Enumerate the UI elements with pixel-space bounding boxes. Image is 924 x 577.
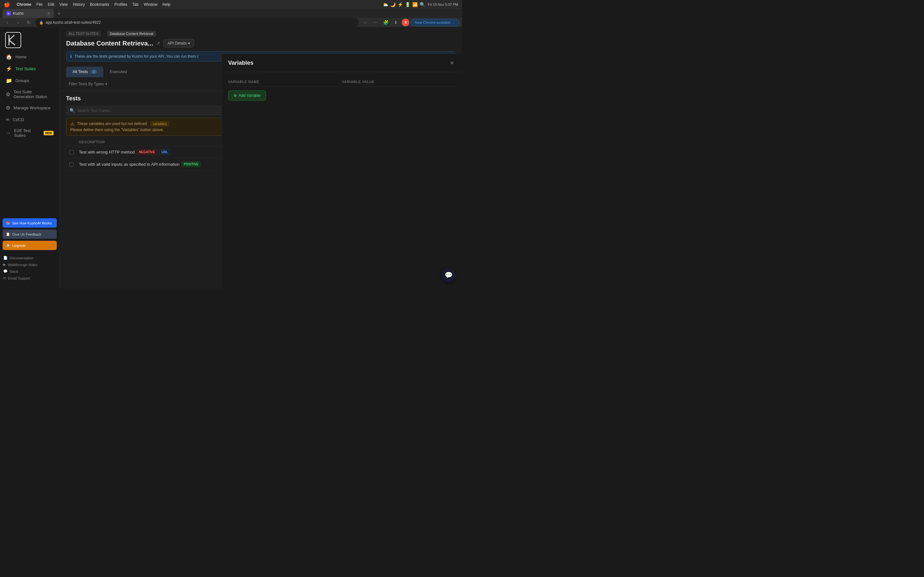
see-how-icon: 📚 <box>6 221 10 225</box>
browser-chrome: K Kusho ✕ + ‹ › ↻ 🔒 app.kusho.ai/all-tes… <box>0 9 462 27</box>
nav-bar: ‹ › ↻ 🔒 app.kusho.ai/all-test-suites/492… <box>0 18 462 27</box>
menu-bookmarks[interactable]: Bookmarks <box>90 2 110 7</box>
sidebar-item-manage-workspace[interactable]: ⚙ Manage Workspace <box>3 102 57 113</box>
docs-link[interactable]: 📄 Documentation <box>3 255 56 261</box>
see-how-button[interactable]: 📚 See How KushoAI Works <box>3 218 57 227</box>
menu-view[interactable]: View <box>59 2 68 7</box>
menu-tab[interactable]: Tab <box>132 2 139 7</box>
cloud-icon: ⛅ <box>383 2 388 7</box>
slack-icon: 💬 <box>3 269 8 274</box>
sidebar-item-generation-status[interactable]: ⚙ Test Suite Generation Status <box>3 87 57 102</box>
email-icon: ✉ <box>3 276 6 280</box>
workspace-icon: ⚙ <box>6 105 10 111</box>
email-support-link[interactable]: ✉ Email Support <box>3 276 56 281</box>
row-1-checkbox[interactable] <box>69 150 79 155</box>
panel-close-button[interactable]: ✕ <box>448 59 456 67</box>
warning-text: These variables are used but not defined… <box>77 121 148 126</box>
menu-file[interactable]: File <box>36 2 42 7</box>
download-button[interactable]: ⬇ <box>391 18 401 27</box>
tab-close-button[interactable]: ✕ <box>47 11 50 16</box>
nav-right-controls: ☆ ⋯ 🧩 ⬇ S New Chrome available ⋮ <box>360 18 459 27</box>
slack-link[interactable]: 💬 Slack <box>3 269 56 274</box>
row-2-positive-tag: POSITIVE <box>182 161 201 167</box>
upgrade-button[interactable]: 🏠 Upgrade <box>3 241 57 250</box>
tests-section-title: Tests <box>66 95 81 102</box>
tab-title: Kusho <box>13 11 45 16</box>
menu-chrome[interactable]: Chrome <box>17 2 31 7</box>
breadcrumb-current[interactable]: Database Content Retrieval <box>107 31 156 37</box>
reload-button[interactable]: ↻ <box>24 18 33 27</box>
ci-cd-icon: ∞ <box>6 117 9 122</box>
apple-menu-icon[interactable]: 🍎 <box>4 2 10 8</box>
activity-icon: ⚡ <box>397 2 403 7</box>
upgrade-label: Upgrade <box>12 243 26 247</box>
filter-button[interactable]: Filter Tests By Types ▾ <box>66 81 110 87</box>
filter-chevron-icon: ▾ <box>105 82 107 86</box>
docs-label: Documentation <box>10 256 33 260</box>
sidebar-item-ci-cd[interactable]: ∞ CI/CD <box>3 114 57 125</box>
walkthrough-icon: ▶ <box>3 263 6 267</box>
profile-avatar[interactable]: S <box>402 19 409 26</box>
bookmark-button[interactable]: ☆ <box>360 18 370 27</box>
chat-bubble[interactable]: 💬 <box>441 268 456 282</box>
menu-history[interactable]: History <box>73 2 85 7</box>
row-2-text: Test with all valid inputs as specified … <box>79 162 180 167</box>
feedback-icon: 📋 <box>6 232 10 236</box>
sidebar-item-ci-cd-label: CI/CD <box>13 117 24 122</box>
upgrade-icon: 🏠 <box>6 243 10 247</box>
back-button[interactable]: ‹ <box>3 18 11 27</box>
sidebar-logo <box>0 32 59 51</box>
panel-title: Variables <box>228 60 254 66</box>
breadcrumb-all-test-suites[interactable]: ALL TEST SUITES <box>66 31 101 37</box>
moon-icon: 🌙 <box>390 2 396 7</box>
sidebar-item-test-suites[interactable]: ⚡ Test Suites <box>3 63 57 74</box>
sidebar-item-home[interactable]: 🏠 Home <box>3 51 57 63</box>
search-icon[interactable]: 🔍 <box>420 2 425 7</box>
page-header: Database Content Retrieva... ↗ API Detai… <box>60 37 462 50</box>
panel-body: VARIABLE NAME VARIABLE VALUE ⊕ Add Varia… <box>222 72 462 288</box>
checkbox-1[interactable] <box>69 150 74 155</box>
groups-icon: 📁 <box>6 77 12 84</box>
menu-bar: Chrome File Edit View History Bookmarks … <box>17 2 170 7</box>
sidebar-item-groups[interactable]: 📁 Groups <box>3 75 57 86</box>
tab-executed[interactable]: Executed <box>103 67 134 77</box>
battery-icon: 🔋 <box>405 2 410 7</box>
warning-hint: Please define them using the "Variables"… <box>70 127 164 132</box>
address-text: app.kusho.ai/all-test-suites/4922 <box>45 20 101 25</box>
checkbox-2[interactable] <box>69 162 74 167</box>
test-suites-icon: ⚡ <box>6 66 12 72</box>
app-logo <box>5 32 19 46</box>
e2e-icon: → <box>6 130 11 136</box>
wifi-icon: 📶 <box>412 2 418 7</box>
tab-all-tests[interactable]: All Tests 2 <box>66 67 103 77</box>
add-variable-label: Add Variable <box>239 93 260 98</box>
puzzle-icon[interactable]: 🧩 <box>381 18 390 27</box>
row-2-checkbox[interactable] <box>69 162 79 167</box>
title-bar: 🍎 Chrome File Edit View History Bookmark… <box>0 0 462 9</box>
active-tab[interactable]: K Kusho ✕ <box>3 9 54 18</box>
panel-col-name: VARIABLE NAME <box>228 80 342 84</box>
add-variable-button[interactable]: ⊕ Add Variable <box>228 90 266 101</box>
breadcrumb: ALL TEST SUITES › Database Content Retri… <box>60 27 462 37</box>
search-icon: 🔍 <box>69 108 75 113</box>
menu-window[interactable]: Window <box>144 2 158 7</box>
tab-bar: K Kusho ✕ + <box>0 9 462 18</box>
menu-edit[interactable]: Edit <box>48 2 55 7</box>
sidebar-item-e2e[interactable]: → E2E Test Suites NEW <box>3 126 57 140</box>
extensions-button[interactable]: ⋯ <box>371 18 380 27</box>
external-link-icon[interactable]: ↗ <box>156 41 160 46</box>
menu-profiles[interactable]: Profiles <box>115 2 128 7</box>
address-bar[interactable]: 🔒 app.kusho.ai/all-test-suites/4922 <box>35 18 359 27</box>
e2e-new-badge: NEW <box>44 131 53 135</box>
forward-button[interactable]: › <box>13 18 23 27</box>
home-icon: 🏠 <box>6 54 12 60</box>
walkthrough-link[interactable]: ▶ Walkthrough Video <box>3 262 56 268</box>
new-tab-button[interactable]: + <box>55 10 63 17</box>
menu-help[interactable]: Help <box>163 2 171 7</box>
see-how-label: See How KushoAI Works <box>12 221 52 225</box>
breadcrumb-separator: › <box>103 32 105 35</box>
new-chrome-button[interactable]: New Chrome available ⋮ <box>411 19 459 26</box>
api-details-button[interactable]: API Details ▾ <box>163 39 194 47</box>
panel-col-value: VARIABLE VALUE <box>342 80 456 84</box>
feedback-button[interactable]: 📋 Give Us Feedback <box>3 229 57 239</box>
